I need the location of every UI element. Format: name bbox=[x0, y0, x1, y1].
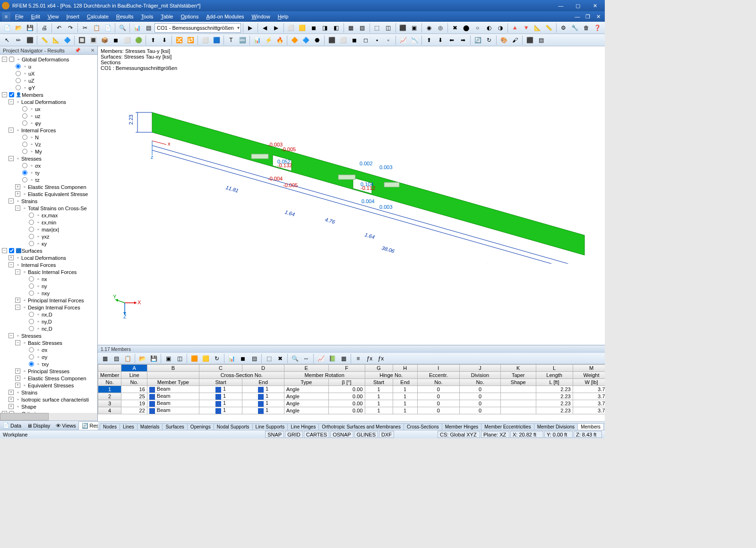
tree-node[interactable]: −▫ Basic Stresses bbox=[0, 339, 97, 346]
tree-radio[interactable] bbox=[29, 347, 34, 352]
table-row[interactable]: 116Beam11Angle0.0011002.233.70Z bbox=[98, 386, 605, 393]
grid-toolbar-button[interactable]: ≡ bbox=[353, 353, 363, 364]
toolbar-button[interactable]: ⚡ bbox=[263, 35, 274, 45]
tree-node[interactable]: +▫ Shape bbox=[0, 403, 97, 410]
toolbar-button[interactable]: ⬜ bbox=[200, 35, 210, 45]
grid-toolbar-button[interactable]: 📊 bbox=[226, 353, 237, 364]
grid-toolbar-button[interactable]: ✖ bbox=[275, 353, 285, 364]
toolbar-button[interactable]: ➡ bbox=[458, 35, 468, 45]
tree-radio[interactable] bbox=[29, 361, 34, 367]
tree-node[interactable]: ▫ My bbox=[0, 148, 97, 155]
grid-toolbar-button[interactable]: ƒx bbox=[376, 353, 386, 364]
tree-radio[interactable] bbox=[29, 354, 34, 360]
tree-radio[interactable] bbox=[29, 326, 34, 331]
toolbar-button[interactable]: 🎨 bbox=[498, 35, 509, 45]
grid-toolbar-button[interactable]: ▦ bbox=[100, 353, 110, 364]
tree-radio[interactable] bbox=[22, 149, 27, 154]
menu-edit[interactable]: Edit bbox=[27, 13, 44, 20]
toolbar-button[interactable]: 🟢 bbox=[133, 35, 144, 45]
toolbar-button[interactable]: ▪ bbox=[372, 35, 382, 45]
toolbar-button[interactable]: 🔳 bbox=[88, 35, 98, 45]
collapse-icon[interactable]: − bbox=[9, 156, 14, 161]
collapse-icon[interactable]: − bbox=[15, 269, 20, 274]
menu-results[interactable]: Results bbox=[112, 13, 137, 20]
toolbar-button[interactable]: 🔄 bbox=[472, 35, 483, 45]
tree-radio[interactable] bbox=[29, 234, 34, 239]
menu-insert[interactable]: Insert bbox=[62, 13, 83, 20]
collapse-icon[interactable]: − bbox=[9, 333, 14, 338]
tree-radio[interactable] bbox=[29, 291, 34, 296]
tree-radio[interactable] bbox=[29, 241, 34, 246]
tree-node[interactable]: ▫ τz bbox=[0, 176, 97, 183]
tree-node[interactable]: −▫ Stresses bbox=[0, 155, 97, 162]
toolbar-button[interactable]: 🔍 bbox=[117, 23, 128, 33]
toolbar-button[interactable]: ◐ bbox=[484, 23, 494, 33]
tree-node[interactable]: +▫ Equivalent Stresses bbox=[0, 382, 97, 389]
tree-radio[interactable] bbox=[29, 227, 34, 232]
tree-node[interactable]: +▫ Principal Stresses bbox=[0, 368, 97, 375]
tree-node[interactable]: ▫ τxy bbox=[0, 360, 97, 368]
toolbar-button[interactable]: 🟦 bbox=[211, 35, 222, 45]
tree-node[interactable]: ▫ nxy bbox=[0, 290, 97, 297]
menu-file[interactable]: File bbox=[11, 13, 27, 20]
toolbar-button[interactable]: ▣ bbox=[409, 23, 420, 33]
tree-radio[interactable] bbox=[16, 78, 21, 83]
toolbar-button[interactable]: ⬅ bbox=[447, 35, 457, 45]
tree-node[interactable]: +▫ Local Deformations bbox=[0, 254, 97, 261]
toolbar-button[interactable]: 🖌 bbox=[510, 35, 520, 45]
collapse-icon[interactable]: − bbox=[9, 99, 14, 104]
tree-checkbox[interactable] bbox=[9, 248, 14, 253]
toolbar-button[interactable]: ⬆ bbox=[148, 35, 158, 45]
toolbar-button[interactable]: ◼ bbox=[349, 35, 360, 45]
tree-radio[interactable] bbox=[29, 319, 34, 324]
nav-h-scrollbar[interactable] bbox=[0, 413, 97, 420]
tree-node[interactable]: ▫ εx,min bbox=[0, 219, 97, 226]
tree-node[interactable]: ▫ nx bbox=[0, 275, 97, 283]
grid-toolbar-button[interactable]: 🔍 bbox=[290, 353, 300, 364]
tree-node[interactable]: ▫ ux bbox=[0, 105, 97, 112]
toolbar-button[interactable]: ◻ bbox=[361, 35, 371, 45]
expand-icon[interactable]: + bbox=[15, 368, 20, 374]
menu-tools[interactable]: Tools bbox=[137, 13, 157, 20]
toolbar-button[interactable]: 🔲 bbox=[77, 35, 87, 45]
grid-toolbar-button[interactable]: 📈 bbox=[316, 353, 326, 364]
toolbar-button[interactable]: ↶ bbox=[54, 23, 64, 33]
grid-scroll[interactable]: ABCDEFGHIJKLMNOMemberLineCross-Section N… bbox=[98, 364, 605, 421]
toolbar-button[interactable]: ◎ bbox=[435, 23, 446, 33]
tree-radio[interactable] bbox=[22, 113, 27, 119]
toolbar-button[interactable]: 🔷 bbox=[62, 35, 72, 45]
mdi-restore[interactable]: ❐ bbox=[583, 14, 593, 20]
toolbar-button[interactable]: ◼ bbox=[309, 23, 319, 33]
nav-tab-data[interactable]: 📄Data bbox=[0, 421, 24, 429]
tree-node[interactable]: ▫ uX bbox=[0, 70, 97, 77]
tree-node[interactable]: −▫ Strains bbox=[0, 197, 97, 205]
table-tab-lines[interactable]: Lines bbox=[120, 423, 137, 430]
tree-node[interactable]: ▫ σy bbox=[0, 353, 97, 360]
tree-node[interactable]: ▫ εx,max bbox=[0, 212, 97, 219]
toolbar-button[interactable]: 🖨 bbox=[39, 23, 50, 33]
tree-node[interactable]: ▫ nx,D bbox=[0, 311, 97, 318]
toolbar-button[interactable]: ◑ bbox=[495, 23, 506, 33]
expand-icon[interactable]: + bbox=[9, 390, 14, 395]
toolbar-button[interactable]: ▦ bbox=[346, 23, 356, 33]
mdi-close[interactable]: ✕ bbox=[593, 14, 603, 20]
tree-node[interactable]: +▫ Isotropic surface characteristi bbox=[0, 396, 97, 403]
tree-node[interactable]: ▫ φy bbox=[0, 120, 97, 127]
toolbar-button[interactable]: 📊 bbox=[132, 23, 142, 33]
grid-toolbar-button[interactable]: ↔ bbox=[301, 353, 311, 364]
table-tab-member-divisions[interactable]: Member Divisions bbox=[534, 423, 578, 430]
tree-radio[interactable] bbox=[29, 213, 34, 218]
toolbar-button[interactable]: ⬛ bbox=[524, 35, 535, 45]
grid-toolbar-button[interactable]: ƒx bbox=[364, 353, 375, 364]
tree-node[interactable]: −▫ Local Deformations bbox=[0, 98, 97, 105]
tree-node[interactable]: ▫ ny,D bbox=[0, 318, 97, 325]
minimize-button[interactable]: — bbox=[553, 1, 569, 10]
toolbar-button[interactable]: 📐 bbox=[51, 35, 61, 45]
table-tab-orthotropic-surfaces-and-membranes[interactable]: Orthotropic Surfaces and Membranes bbox=[318, 423, 404, 430]
members-table[interactable]: ABCDEFGHIJKLMNOMemberLineCross-Section N… bbox=[98, 364, 605, 414]
menu-window[interactable]: Window bbox=[248, 13, 274, 20]
toolbar-button[interactable]: ✂ bbox=[80, 23, 90, 33]
grid-toolbar-button[interactable]: 🟧 bbox=[189, 353, 199, 364]
toolbar-button[interactable]: ▤ bbox=[143, 23, 154, 33]
menu-options[interactable]: Options bbox=[177, 13, 202, 20]
